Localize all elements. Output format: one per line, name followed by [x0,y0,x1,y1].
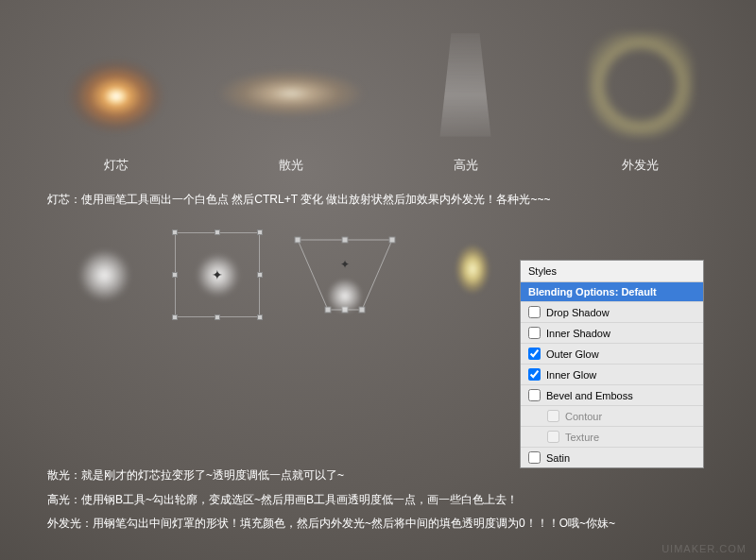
effect-wick: 灯芯 [36,19,197,174]
scatter-label: 散光 [279,157,303,174]
wick-visual [41,19,192,151]
inner-shadow-label: Inner Shadow [546,328,610,339]
effect-scatter: 散光 [211,19,371,174]
inner-shadow-item[interactable]: Inner Shadow [521,323,703,344]
outer-glow-visual [565,19,716,151]
outer-glow-checkbox[interactable] [528,348,541,360]
soft-dot-demo [57,228,151,322]
drop-shadow-item[interactable]: Drop Shadow [521,302,703,323]
transform-bounds: ✦ [175,232,260,317]
texture-label: Texture [565,432,599,443]
svg-text:✦: ✦ [340,258,350,271]
effect-outer-glow: 外发光 [560,19,721,174]
blending-options-label: Blending Options: Default [528,286,657,297]
trapezoid-demo: ✦ [284,228,406,322]
texture-checkbox [547,431,559,443]
layer-styles-panel[interactable]: Styles Blending Options: Default Drop Sh… [520,260,704,468]
outer-glow-label: 外发光 [622,157,659,174]
outer-glow-style-label: Outer Glow [546,348,599,360]
satin-label: Satin [546,452,570,464]
highlight-visual [390,19,541,151]
contour-label: Contour [565,411,602,422]
blending-options-item[interactable]: Blending Options: Default [521,282,703,302]
top-effects-row: 灯芯 散光 高光 外发光 [0,0,756,174]
svg-rect-5 [342,237,348,243]
drop-shadow-label: Drop Shadow [546,307,610,318]
scatter-visual [215,19,367,151]
styles-header: Styles [521,261,703,282]
inner-glow-checkbox[interactable] [528,368,541,381]
contour-item[interactable]: Contour [521,406,703,427]
texture-item[interactable]: Texture [521,427,703,448]
bottom-instructions: 散光：就是刚才的灯芯拉变形了~透明度调低一点就可以了~ 高光：使用钢B工具~勾出… [47,464,615,535]
svg-rect-1 [295,237,301,243]
highlight-instruction: 高光：使用钢B工具~勾出轮廓，变成选区~然后用画B工具画透明度低一点，画一些白色… [47,488,615,512]
bevel-emboss-item[interactable]: Bevel and Emboss [521,385,703,406]
inner-glow-label: Inner Glow [546,369,596,381]
satin-checkbox[interactable] [528,451,541,464]
wick-instruction: 灯芯：使用画笔工具画出一个白色点 然后CTRL+T 变化 做出放射状然后加效果内… [0,174,756,209]
wick-label: 灯芯 [104,157,129,174]
transform-demo: ✦ [170,228,265,322]
outer-glow-instruction: 外发光：用钢笔勾出中间灯罩的形状！填充颜色，然后内外发光~然后将中间的填色透明度… [47,512,615,535]
drop-shadow-checkbox[interactable] [528,306,541,318]
watermark: UIMAKER.COM [662,543,747,554]
inner-glow-item[interactable]: Inner Glow [521,365,703,385]
inner-shadow-checkbox[interactable] [528,327,541,339]
contour-checkbox [547,410,559,422]
scatter-instruction: 散光：就是刚才的灯芯拉变形了~透明度调低一点就可以了~ [47,464,615,487]
transform-center-icon: ✦ [212,267,223,282]
highlight-label: 高光 [454,157,478,174]
effect-highlight: 高光 [386,19,546,174]
bevel-checkbox[interactable] [528,389,541,401]
svg-rect-2 [389,237,395,243]
outer-glow-item[interactable]: Outer Glow [521,344,703,365]
yellow-glow-demo [425,228,520,322]
bevel-label: Bevel and Emboss [546,390,633,401]
